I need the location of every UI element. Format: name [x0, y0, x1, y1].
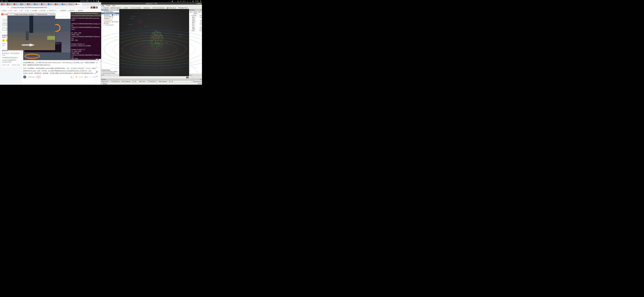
star-count[interactable]: ⭐ 51 — [79, 76, 83, 78]
browser-tab[interactable]: C相…× — [26, 3, 33, 6]
close-icon[interactable]: ▫✕ — [117, 9, 118, 11]
power-icon[interactable]: ⏻ — [200, 0, 202, 2]
star-icon[interactable]: ☆ — [88, 7, 89, 8]
browser-tab[interactable]: C欢…× — [20, 3, 26, 6]
dislike-button[interactable]: 👎 — [75, 76, 77, 78]
tool-btn[interactable]: ▦ — [199, 77, 202, 78]
tree-item[interactable]: Backgrou…48; 48; 48 — [101, 14, 119, 16]
latest-link[interactable]: 多雷达标定（有/无共视区域均可） — [2, 52, 20, 56]
network-icon[interactable]: ⊿ — [186, 0, 188, 2]
bookmark-item[interactable]: 🗀研一 — [14, 10, 18, 12]
browser-tab[interactable]: Cdo…× — [68, 3, 75, 6]
time-panel-header[interactable]: ◧ Time▫✕ — [101, 79, 202, 80]
tool-btn[interactable]: 🌙 — [192, 77, 194, 78]
latest-link[interactable]: Shell脚本定时器压缩文件 — [2, 57, 20, 59]
float-btn[interactable]: 🎧 — [95, 70, 99, 74]
tree-item[interactable]: Frame Rate30 — [101, 16, 119, 18]
float-btn[interactable]: ⌃ — [95, 79, 99, 83]
view-item[interactable]: Targ…<Fixed Fra… — [189, 20, 202, 22]
close-icon[interactable]: ▫✕ — [200, 79, 201, 80]
ext-icon[interactable]: A — [93, 7, 95, 9]
close-icon[interactable] — [53, 14, 54, 15]
panel-header[interactable]: ◧ Views▫✕ — [189, 9, 202, 11]
bookmark-item[interactable]: 🗀崩铁WIKI — [76, 10, 83, 12]
app-menu[interactable]: rviz ▾ — [5, 0, 8, 2]
tree-item[interactable]: ▸● Global Stat… — [101, 19, 119, 21]
rviz-tool-select[interactable]: ▭Select — [122, 7, 129, 9]
float-btn[interactable]: 思维 — [95, 75, 99, 78]
reload-button[interactable]: ⟳ — [7, 6, 9, 9]
ext-icon[interactable] — [90, 7, 92, 9]
browser-tab[interactable]: C【…× — [40, 3, 47, 6]
rviz-tool-2d-nav-goal[interactable]: 🎯2D Nav Goal — [166, 7, 177, 9]
bookmark-item[interactable]: 🗀论文编写 — [30, 10, 37, 12]
rviz-tool-measure[interactable]: 📏Measure — [142, 7, 150, 9]
reset-button[interactable]: Reset — [102, 83, 108, 85]
view-item[interactable]: Yaw3.0554 — [189, 27, 202, 28]
activities-btn[interactable]: 活动 — [0, 0, 3, 2]
follow-button[interactable]: 关注 — [36, 76, 41, 78]
rviz-3d-view[interactable] — [119, 9, 189, 76]
tree-item-selected[interactable]: Fixed Framerslidar — [101, 13, 119, 14]
browser-tab[interactable]: Cdo…× — [47, 3, 54, 6]
panel-header[interactable]: ◧ Displays▫✕ — [101, 9, 119, 11]
browser-tab[interactable]: C无/× — [0, 3, 6, 6]
rviz-tool-interact[interactable]: ↖Interact — [102, 7, 110, 9]
browser-tab[interactable]: C便…× — [6, 3, 13, 6]
bookmark-item[interactable]: 🗀兰州大学个人… — [47, 10, 58, 12]
view-item[interactable]: Foc…✓ — [189, 25, 202, 27]
view-item[interactable]: ▾Curren…Orbit (rviz) — [189, 15, 202, 16]
tree-item[interactable]: ▸⊞ Grid✓ — [101, 23, 119, 24]
tree-item[interactable]: ▸∴ PointCloud2✓ — [101, 24, 119, 26]
add-button[interactable]: Add — [102, 74, 104, 76]
bookmark-item[interactable]: 🗀工具 — [8, 10, 12, 12]
save-button[interactable]: Save — [190, 74, 192, 76]
rviz-tool-move-camera[interactable]: ✥Move Camera — [110, 7, 122, 9]
rviz-tool-focus-camera[interactable]: ⊙Focus Camera — [129, 7, 142, 9]
latest-link[interactable]: rosbag点云数据保存为bin,ply,pcd文件 — [2, 59, 20, 63]
author-avatar[interactable] — [23, 75, 26, 79]
back-button[interactable]: ← — [1, 6, 3, 9]
close-icon[interactable]: ▫✕ — [200, 9, 201, 11]
browser-tab[interactable]: Cdo…× — [54, 3, 61, 6]
terminal-window[interactable]: /home/autoware/Autoware/install/aut… /ho… — [70, 12, 101, 59]
camera-image[interactable] — [8, 16, 55, 50]
tree-item[interactable]: ⚙ Global Opti… — [104, 11, 114, 13]
menu-icon[interactable]: ⋮ — [98, 7, 100, 9]
bookmark-item[interactable]: 🗀Anime — [1, 10, 6, 12]
speaker-icon[interactable]: 🔊 — [192, 0, 194, 2]
browser-tab[interactable]: CDo…× — [61, 3, 68, 6]
author-name[interactable]: 叫我李先生 — [28, 76, 35, 78]
view-item[interactable]: Nea…0.01 — [189, 16, 202, 18]
experimental-check[interactable] — [191, 80, 193, 82]
rating-emoji[interactable]: 😠 — [2, 39, 5, 42]
tree-item[interactable]: ● Fixed Fr…No tf data. Actu… — [101, 21, 119, 23]
view-item[interactable]: Inve… — [189, 18, 202, 20]
bookmark-item[interactable]: 🗀原神WIKI — [59, 10, 66, 12]
clock[interactable]: 4月24日 星期三 15 : 38 : 05 🔔 — [8, 0, 172, 2]
bookmark-item[interactable]: 🗀研二 — [19, 10, 24, 12]
comment-count[interactable]: 💬 14 — [84, 76, 88, 78]
browser-tab[interactable]: Cleg…× — [33, 3, 40, 6]
rviz-tool-publish-point[interactable]: 📍Publish Point — [177, 7, 188, 9]
address-bar[interactable]: 🔒 blog.csdn.net/qq_40216084/article/deta… — [10, 6, 90, 9]
max-icon[interactable] — [52, 14, 53, 15]
bookmark-item[interactable]: 🗀崩铁WIKI — [68, 10, 75, 12]
window-controls[interactable] — [197, 3, 201, 4]
zero-button[interactable]: Zero — [198, 11, 202, 15]
browser-tab[interactable]: C记…× — [13, 3, 20, 6]
rviz-tool-2d-pose-estimate[interactable]: ↗2D Pose Estimate — [151, 7, 165, 9]
view-item[interactable]: Pitch0.100204 — [189, 28, 202, 30]
ext-icon[interactable] — [96, 7, 98, 9]
tray-icon[interactable]: ▦ — [172, 0, 173, 2]
menu-item[interactable]: Help — [112, 5, 116, 7]
share-button[interactable]: ↗ — [90, 76, 91, 78]
view-item[interactable]: Dist…1.46974 — [189, 22, 202, 23]
like-count[interactable]: 👍 3 — [70, 76, 74, 78]
chrome-tray-icon[interactable]: ◉ — [177, 0, 179, 2]
view-item[interactable]: ▸Foc…0; 0; 0 — [189, 30, 202, 32]
min-icon[interactable] — [50, 14, 51, 15]
menu-item[interactable]: Panels — [106, 5, 111, 7]
tool-btn[interactable]: 键 — [186, 77, 188, 78]
tool-btn[interactable]: 简 — [196, 77, 199, 78]
